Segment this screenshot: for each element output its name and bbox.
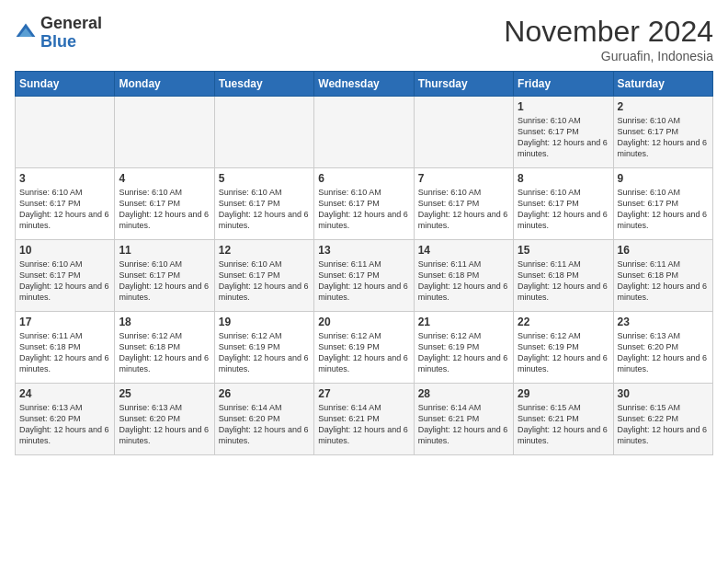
day-info: Sunrise: 6:15 AM Sunset: 6:22 PM Dayligh… [618, 402, 709, 447]
day-number: 14 [418, 244, 509, 257]
day-info: Sunrise: 6:10 AM Sunset: 6:17 PM Dayligh… [318, 187, 409, 232]
day-info: Sunrise: 6:12 AM Sunset: 6:19 PM Dayligh… [219, 330, 310, 375]
calendar-cell: 17Sunrise: 6:11 AM Sunset: 6:18 PM Dayli… [16, 312, 115, 384]
calendar-cell: 11Sunrise: 6:10 AM Sunset: 6:17 PM Dayli… [115, 240, 214, 312]
day-number: 29 [518, 387, 609, 400]
calendar-cell: 12Sunrise: 6:10 AM Sunset: 6:17 PM Dayli… [214, 240, 313, 312]
day-info: Sunrise: 6:11 AM Sunset: 6:18 PM Dayligh… [618, 259, 709, 304]
week-row-3: 10Sunrise: 6:10 AM Sunset: 6:17 PM Dayli… [16, 240, 713, 312]
day-number: 17 [19, 316, 110, 328]
page-header: General Blue November 2024 Guruafin, Ind… [15, 15, 713, 63]
calendar-cell: 6Sunrise: 6:10 AM Sunset: 6:17 PM Daylig… [314, 168, 414, 240]
day-number: 30 [618, 387, 709, 400]
calendar-cell [314, 97, 414, 168]
calendar-cell: 30Sunrise: 6:15 AM Sunset: 6:22 PM Dayli… [613, 384, 712, 455]
day-info: Sunrise: 6:10 AM Sunset: 6:17 PM Dayligh… [119, 259, 210, 304]
day-number: 21 [418, 316, 509, 328]
calendar-cell: 29Sunrise: 6:15 AM Sunset: 6:21 PM Dayli… [514, 384, 613, 455]
logo-text: General Blue [40, 15, 102, 52]
day-info: Sunrise: 6:15 AM Sunset: 6:21 PM Dayligh… [518, 402, 609, 447]
day-info: Sunrise: 6:12 AM Sunset: 6:19 PM Dayligh… [418, 330, 509, 375]
week-row-2: 3Sunrise: 6:10 AM Sunset: 6:17 PM Daylig… [16, 168, 713, 240]
day-number: 4 [119, 172, 210, 185]
day-info: Sunrise: 6:11 AM Sunset: 6:18 PM Dayligh… [418, 259, 509, 304]
weekday-header-row: SundayMondayTuesdayWednesdayThursdayFrid… [16, 72, 713, 97]
day-number: 3 [19, 172, 110, 185]
month-title: November 2024 [504, 15, 713, 49]
logo-general: General [40, 15, 102, 33]
day-info: Sunrise: 6:10 AM Sunset: 6:17 PM Dayligh… [618, 115, 709, 160]
day-number: 23 [618, 316, 709, 328]
day-number: 8 [518, 172, 609, 185]
calendar-cell: 13Sunrise: 6:11 AM Sunset: 6:17 PM Dayli… [314, 240, 414, 312]
title-block: November 2024 Guruafin, Indonesia [504, 15, 713, 63]
day-number: 20 [318, 316, 409, 328]
location-subtitle: Guruafin, Indonesia [504, 49, 713, 63]
calendar-cell: 20Sunrise: 6:12 AM Sunset: 6:19 PM Dayli… [314, 312, 414, 384]
calendar-cell: 21Sunrise: 6:12 AM Sunset: 6:19 PM Dayli… [414, 312, 513, 384]
day-info: Sunrise: 6:13 AM Sunset: 6:20 PM Dayligh… [19, 402, 110, 447]
weekday-header-thursday: Thursday [414, 72, 513, 97]
calendar-cell: 14Sunrise: 6:11 AM Sunset: 6:18 PM Dayli… [414, 240, 513, 312]
day-number: 26 [219, 387, 310, 400]
logo: General Blue [15, 15, 102, 52]
calendar-cell: 22Sunrise: 6:12 AM Sunset: 6:19 PM Dayli… [514, 312, 613, 384]
day-number: 22 [518, 316, 609, 328]
calendar-cell: 19Sunrise: 6:12 AM Sunset: 6:19 PM Dayli… [214, 312, 313, 384]
logo-blue: Blue [40, 33, 102, 52]
calendar-cell: 28Sunrise: 6:14 AM Sunset: 6:21 PM Dayli… [414, 384, 513, 455]
calendar-cell [115, 97, 214, 168]
day-info: Sunrise: 6:10 AM Sunset: 6:17 PM Dayligh… [219, 187, 310, 232]
weekday-header-tuesday: Tuesday [214, 72, 313, 97]
calendar-cell: 8Sunrise: 6:10 AM Sunset: 6:17 PM Daylig… [514, 168, 613, 240]
day-info: Sunrise: 6:12 AM Sunset: 6:19 PM Dayligh… [318, 330, 409, 375]
day-number: 16 [618, 244, 709, 257]
calendar-cell: 15Sunrise: 6:11 AM Sunset: 6:18 PM Dayli… [514, 240, 613, 312]
calendar-cell: 26Sunrise: 6:14 AM Sunset: 6:20 PM Dayli… [214, 384, 313, 455]
day-number: 19 [219, 316, 310, 328]
calendar-cell: 16Sunrise: 6:11 AM Sunset: 6:18 PM Dayli… [613, 240, 712, 312]
weekday-header-monday: Monday [115, 72, 214, 97]
day-info: Sunrise: 6:11 AM Sunset: 6:18 PM Dayligh… [19, 330, 110, 375]
day-number: 2 [618, 100, 709, 113]
calendar-cell: 3Sunrise: 6:10 AM Sunset: 6:17 PM Daylig… [16, 168, 115, 240]
day-info: Sunrise: 6:10 AM Sunset: 6:17 PM Dayligh… [418, 187, 509, 232]
day-number: 10 [19, 244, 110, 257]
day-info: Sunrise: 6:14 AM Sunset: 6:21 PM Dayligh… [318, 402, 409, 447]
day-number: 15 [518, 244, 609, 257]
calendar-cell: 27Sunrise: 6:14 AM Sunset: 6:21 PM Dayli… [314, 384, 414, 455]
weekday-header-wednesday: Wednesday [314, 72, 414, 97]
day-info: Sunrise: 6:13 AM Sunset: 6:20 PM Dayligh… [119, 402, 210, 447]
weekday-header-sunday: Sunday [16, 72, 115, 97]
calendar-cell: 9Sunrise: 6:10 AM Sunset: 6:17 PM Daylig… [613, 168, 712, 240]
day-number: 5 [219, 172, 310, 185]
day-info: Sunrise: 6:10 AM Sunset: 6:17 PM Dayligh… [618, 187, 709, 232]
calendar-cell: 18Sunrise: 6:12 AM Sunset: 6:18 PM Dayli… [115, 312, 214, 384]
calendar-cell: 1Sunrise: 6:10 AM Sunset: 6:17 PM Daylig… [514, 97, 613, 168]
weekday-header-saturday: Saturday [613, 72, 712, 97]
logo-icon [15, 22, 37, 44]
calendar-cell [414, 97, 513, 168]
day-info: Sunrise: 6:11 AM Sunset: 6:18 PM Dayligh… [518, 259, 609, 304]
day-info: Sunrise: 6:10 AM Sunset: 6:17 PM Dayligh… [518, 115, 609, 160]
calendar-cell: 5Sunrise: 6:10 AM Sunset: 6:17 PM Daylig… [214, 168, 313, 240]
day-info: Sunrise: 6:14 AM Sunset: 6:21 PM Dayligh… [418, 402, 509, 447]
day-number: 24 [19, 387, 110, 400]
day-number: 9 [618, 172, 709, 185]
day-info: Sunrise: 6:11 AM Sunset: 6:17 PM Dayligh… [318, 259, 409, 304]
day-info: Sunrise: 6:12 AM Sunset: 6:18 PM Dayligh… [119, 330, 210, 375]
week-row-5: 24Sunrise: 6:13 AM Sunset: 6:20 PM Dayli… [16, 384, 713, 455]
day-number: 13 [318, 244, 409, 257]
calendar-cell: 25Sunrise: 6:13 AM Sunset: 6:20 PM Dayli… [115, 384, 214, 455]
calendar-cell: 2Sunrise: 6:10 AM Sunset: 6:17 PM Daylig… [613, 97, 712, 168]
calendar-cell [16, 97, 115, 168]
day-info: Sunrise: 6:10 AM Sunset: 6:17 PM Dayligh… [219, 259, 310, 304]
weekday-header-friday: Friday [514, 72, 613, 97]
day-info: Sunrise: 6:10 AM Sunset: 6:17 PM Dayligh… [518, 187, 609, 232]
day-info: Sunrise: 6:14 AM Sunset: 6:20 PM Dayligh… [219, 402, 310, 447]
day-number: 6 [318, 172, 409, 185]
calendar-cell: 24Sunrise: 6:13 AM Sunset: 6:20 PM Dayli… [16, 384, 115, 455]
calendar-cell: 4Sunrise: 6:10 AM Sunset: 6:17 PM Daylig… [115, 168, 214, 240]
week-row-4: 17Sunrise: 6:11 AM Sunset: 6:18 PM Dayli… [16, 312, 713, 384]
day-info: Sunrise: 6:12 AM Sunset: 6:19 PM Dayligh… [518, 330, 609, 375]
